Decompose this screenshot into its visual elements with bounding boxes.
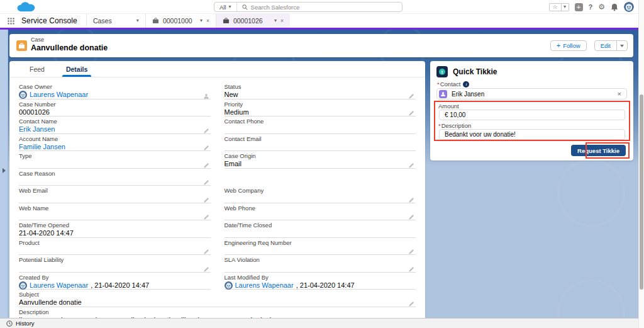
field-label: Type (19, 152, 211, 160)
required-asterisk: * (438, 122, 441, 129)
vertical-scrollbar[interactable] (638, 0, 644, 328)
field-label: Account Name (19, 135, 211, 143)
field-value: Medium (225, 108, 416, 116)
field-label: Web Email (19, 187, 211, 195)
inline-edit-pencil-icon[interactable] (408, 160, 414, 166)
field-value (19, 178, 211, 186)
field-label: SLA Violation (225, 256, 416, 264)
tab-details[interactable]: Details (60, 61, 94, 77)
inline-edit-pencil-icon[interactable] (203, 125, 209, 132)
help-icon[interactable]: ? (589, 3, 593, 11)
field-value: Familie Jansen (19, 143, 211, 151)
erik-jansen-link[interactable]: Erik Jansen (19, 125, 55, 133)
workspace-tab-00001000[interactable]: 00001000 ▾ × (145, 14, 216, 28)
close-tab-icon[interactable]: × (280, 18, 284, 24)
chevron-down-icon[interactable]: ▾ (136, 18, 139, 23)
field-label: Web Name (19, 205, 211, 212)
search-input[interactable] (251, 4, 397, 11)
search-scope-label: All (219, 4, 226, 11)
inline-edit-pencil-icon[interactable] (203, 142, 209, 149)
favorites-dropdown[interactable]: ▾ (562, 3, 569, 11)
utility-bar: History (0, 318, 638, 328)
inline-edit-pencil-icon[interactable] (203, 212, 209, 218)
favorites-button-group: ☆ ▾ (549, 3, 569, 11)
close-tab-icon[interactable]: × (206, 18, 209, 24)
notifications-bell-icon[interactable] (611, 3, 618, 11)
search-scope-selector[interactable]: All ▾ (214, 3, 237, 11)
chevron-down-icon[interactable]: ▾ (200, 18, 203, 23)
chevron-down-icon: ▾ (564, 4, 566, 9)
inline-edit-pencil-icon[interactable] (408, 264, 414, 270)
contact-lookup-pill[interactable]: Erik Jansen × (436, 88, 627, 99)
case-briefcase-icon (152, 18, 159, 24)
field-contact-email: Contact Email (225, 134, 416, 152)
inline-edit-pencil-icon[interactable] (408, 195, 414, 201)
inline-edit-pencil-icon[interactable] (203, 177, 209, 183)
more-actions-button[interactable] (616, 40, 628, 51)
inline-edit-pencil-icon[interactable] (203, 246, 209, 252)
inline-edit-pencil-icon[interactable] (203, 264, 209, 270)
change-owner-icon[interactable] (203, 91, 209, 97)
nav-tab-cases[interactable]: Cases ▾ (86, 14, 145, 28)
field-label: Contact Name (19, 118, 211, 125)
remove-contact-icon[interactable]: × (618, 91, 621, 98)
request-tikkie-button[interactable]: Request Tikkie (571, 145, 626, 156)
salesforce-service-console-window: All ▾ ☆ ▾ + ? ⚙ (0, 0, 644, 328)
field-label: Created By (19, 274, 211, 281)
app-launcher-icon[interactable] (0, 14, 21, 28)
field-label: Contact Phone (225, 118, 416, 125)
object-label: Case (31, 37, 108, 43)
contact-pill-value: Erik Jansen (452, 91, 613, 98)
field-value: Laurens Wapenaar, 21-04-2020 14:47 (225, 281, 416, 290)
field-status: StatusNew (225, 82, 416, 99)
field-label: Web Company (225, 187, 416, 195)
global-header: All ▾ ☆ ▾ + ? ⚙ (0, 0, 644, 14)
field-value: Email (225, 160, 416, 168)
inline-edit-pencil-icon[interactable] (408, 212, 414, 218)
setup-gear-icon[interactable]: ⚙ (598, 3, 605, 11)
inline-edit-pencil-icon[interactable] (408, 108, 414, 114)
scrollbar-thumb[interactable] (640, 94, 643, 290)
field-product: Product (19, 238, 211, 256)
field-label: Web Phone (225, 205, 416, 212)
description-value: Bedankt voor uw donatie! (445, 131, 516, 138)
workspace-tab-00001026[interactable]: 00001026 ▾ × (216, 14, 290, 28)
laurens-wapenaar-link[interactable]: Laurens Wapenaar (30, 281, 88, 290)
workspace-tab-label: 00001026 (233, 17, 270, 25)
laurens-wapenaar-link[interactable]: Laurens Wapenaar (235, 281, 294, 290)
inline-edit-pencil-icon[interactable] (408, 91, 414, 97)
inline-edit-pencil-icon[interactable] (203, 160, 209, 166)
field-value (225, 247, 416, 255)
field-web-email: Web Email (19, 186, 211, 203)
inline-edit-pencil-icon[interactable] (408, 298, 414, 305)
field-value: Aanvullende donatie (19, 298, 416, 307)
inline-edit-pencil-icon[interactable] (408, 246, 414, 252)
field-value (225, 264, 416, 272)
follow-button[interactable]: + Follow (550, 40, 587, 51)
field-label: Contact Email (225, 135, 416, 143)
field-label: Product (19, 239, 211, 247)
edit-label: Edit (601, 42, 611, 49)
user-avatar[interactable] (624, 2, 634, 12)
field-case-owner: Case OwnerLaurens Wapenaar (19, 82, 211, 99)
tab-feed[interactable]: Feed (23, 61, 51, 77)
familie-jansen-link[interactable]: Familie Jansen (19, 143, 65, 151)
info-icon[interactable]: i (463, 81, 469, 88)
plus-icon: + (557, 42, 560, 49)
laurens-wapenaar-link[interactable]: Laurens Wapenaar (30, 91, 88, 99)
field-created-by: Created ByLaurens Wapenaar, 21-04-2020 1… (19, 273, 211, 290)
field-label: Description (19, 308, 416, 316)
record-header: Case Aanvullende donatie + Follow Edit (9, 34, 633, 57)
quick-create-icon[interactable]: + (575, 3, 583, 11)
collapsed-left-panel[interactable] (0, 30, 8, 318)
nav-tab-label: Cases (93, 17, 133, 25)
amount-input[interactable]: € 10,00 (439, 110, 625, 120)
description-input[interactable]: Bedankt voor uw donatie! (439, 129, 625, 140)
inline-edit-pencil-icon[interactable] (203, 195, 209, 201)
utility-history-button[interactable]: History (0, 319, 41, 328)
favorites-star-icon[interactable]: ☆ (549, 3, 562, 11)
global-search[interactable]: All ▾ (214, 2, 402, 12)
chevron-down-icon[interactable]: ▾ (274, 18, 277, 23)
edit-button[interactable]: Edit (594, 40, 617, 51)
field-value-suffix: , 21-04-2020 14:47 (296, 281, 355, 290)
